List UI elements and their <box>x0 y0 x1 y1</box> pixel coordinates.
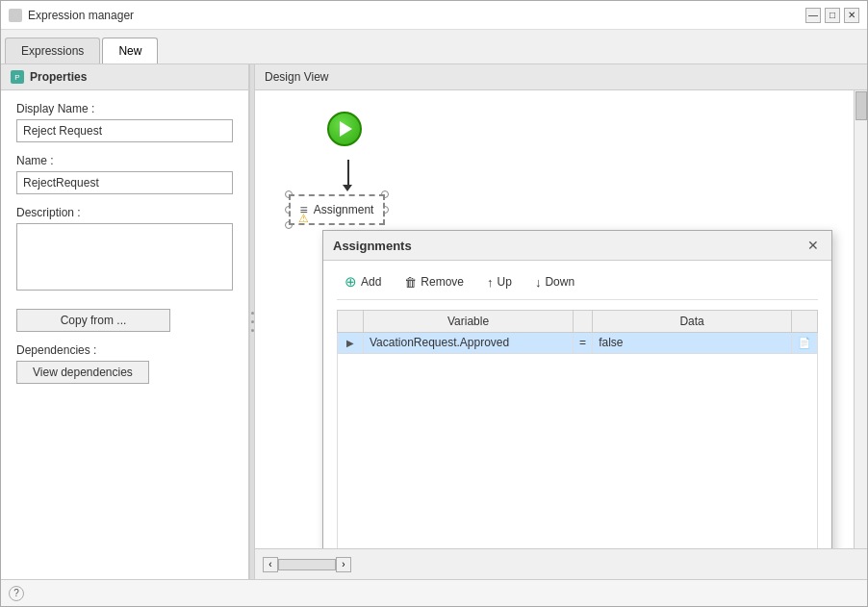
help-icon[interactable]: ? <box>9 586 24 601</box>
maximize-btn[interactable]: □ <box>825 8 840 23</box>
row-expand-icon: ▶ <box>344 337 357 350</box>
modal-title: Assignments <box>333 239 412 253</box>
tab-expressions[interactable]: Expressions <box>5 38 100 63</box>
row-expand-cell[interactable]: ▶ <box>338 333 364 354</box>
dependencies-label: Dependencies : <box>16 343 233 357</box>
properties-body: Display Name : Name : Description : Copy… <box>1 90 248 579</box>
flow-arrow <box>347 160 349 187</box>
name-label: Name : <box>16 154 233 167</box>
variable-cell[interactable]: VacationRequest.Approved <box>364 333 574 354</box>
flow-start-node[interactable] <box>327 112 362 146</box>
scroll-right-btn[interactable]: › <box>336 557 351 572</box>
scroll-track[interactable] <box>278 559 336 570</box>
modal-body: ⊕ Add 🗑 Remove ↑ Up <box>323 261 831 548</box>
play-button[interactable] <box>327 112 362 146</box>
display-name-label: Display Name : <box>16 102 233 115</box>
properties-header: P Properties <box>1 64 248 90</box>
add-icon: ⊕ <box>345 273 357 291</box>
design-canvas[interactable]: ≡ Assignment ⚠ Assignments ✕ <box>255 90 867 548</box>
remove-assignment-button[interactable]: 🗑 Remove <box>396 272 472 292</box>
down-assignment-button[interactable]: ↓ Down <box>527 272 582 292</box>
variable-value: VacationRequest.Approved <box>370 336 509 349</box>
app-icon <box>9 9 22 22</box>
data-cell[interactable]: false <box>593 333 792 354</box>
scroll-left-btn[interactable]: ‹ <box>263 557 278 572</box>
display-name-input[interactable] <box>16 119 233 142</box>
remove-icon: 🗑 <box>404 275 417 290</box>
assignment-warning: ⚠ <box>298 212 309 225</box>
properties-title: Properties <box>30 70 87 84</box>
table-body: ▶ VacationRequest.Approved = <box>338 333 818 354</box>
status-bar: ? <box>1 579 867 606</box>
design-view-header: Design View <box>255 64 867 90</box>
display-name-group: Display Name : <box>16 102 233 142</box>
horizontal-scrollbar[interactable]: ‹ › <box>255 548 867 579</box>
scroll-thumb[interactable] <box>855 91 867 120</box>
title-bar: Expression manager — □ ✕ <box>1 1 867 30</box>
properties-icon: P <box>11 70 24 84</box>
col-data-header: Data <box>593 311 792 333</box>
down-icon: ↓ <box>535 275 542 290</box>
name-input[interactable] <box>16 171 233 194</box>
col-eq-header <box>574 311 593 333</box>
resize-dot-3 <box>251 329 254 332</box>
assignments-dialog: Assignments ✕ ⊕ Add 🗑 <box>322 230 832 548</box>
modal-close-btn[interactable]: ✕ <box>804 237 822 254</box>
add-assignment-button[interactable]: ⊕ Add <box>337 270 389 293</box>
assignment-node[interactable]: ≡ Assignment ⚠ <box>284 194 390 225</box>
window-close-btn[interactable]: ✕ <box>844 8 859 23</box>
resize-dot-2 <box>251 320 254 323</box>
col-variable-header: Variable <box>364 311 574 333</box>
edit-icon: 📄 <box>798 337 811 348</box>
design-view-title: Design View <box>265 70 328 84</box>
assignment-label: Assignment <box>314 203 374 216</box>
modal-toolbar: ⊕ Add 🗑 Remove ↑ Up <box>337 270 818 300</box>
main-content: P Properties Display Name : Name : Descr… <box>1 64 867 579</box>
play-icon <box>340 121 352 137</box>
edit-cell[interactable]: 📄 <box>792 333 818 354</box>
assignments-table: Variable Data ▶ <box>337 310 818 354</box>
description-label: Description : <box>16 206 233 219</box>
flow-arrowhead <box>343 185 352 191</box>
main-window: Expression manager — □ ✕ Expressions New… <box>0 0 868 607</box>
assignments-table-container: Variable Data ▶ <box>337 310 818 548</box>
eq-cell: = <box>574 333 593 354</box>
up-icon: ↑ <box>487 275 494 290</box>
assignment-box[interactable]: ≡ Assignment ⚠ <box>289 194 386 225</box>
description-textarea[interactable] <box>16 223 233 291</box>
minimize-btn[interactable]: — <box>805 8 821 23</box>
window-controls: — □ ✕ <box>805 8 859 23</box>
window-title: Expression manager <box>28 9 134 22</box>
copy-from-button[interactable]: Copy from ... <box>16 309 170 332</box>
tab-bar: Expressions New <box>1 30 867 64</box>
data-value: false <box>599 336 623 349</box>
modal-title-bar: Assignments ✕ <box>323 231 831 261</box>
design-view-panel: Design View <box>255 64 867 579</box>
left-panel: P Properties Display Name : Name : Descr… <box>1 64 249 579</box>
col-edit-header <box>792 311 818 333</box>
tab-new[interactable]: New <box>102 38 158 63</box>
table-empty-area <box>337 354 818 549</box>
view-dependencies-button[interactable]: View dependencies <box>16 361 149 384</box>
title-bar-left: Expression manager <box>9 9 134 22</box>
resize-dot-1 <box>251 312 254 315</box>
name-group: Name : <box>16 154 233 194</box>
design-scrollbar[interactable] <box>854 90 867 548</box>
table-header-row: Variable Data <box>338 311 818 333</box>
col-expand-header <box>338 311 364 333</box>
copy-from-group: Copy from ... <box>16 305 233 332</box>
dependencies-group: Dependencies : View dependencies <box>16 343 233 384</box>
eq-symbol: = <box>579 336 586 349</box>
description-group: Description : <box>16 206 233 293</box>
table-row[interactable]: ▶ VacationRequest.Approved = <box>338 333 818 354</box>
up-assignment-button[interactable]: ↑ Up <box>479 272 520 292</box>
